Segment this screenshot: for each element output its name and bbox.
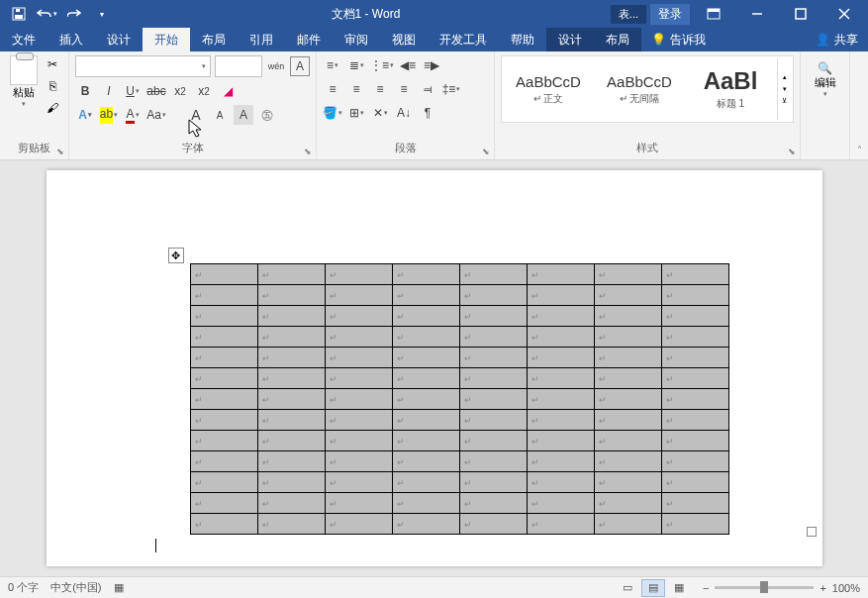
grow-font-button[interactable]: A bbox=[186, 105, 206, 125]
table-cell[interactable] bbox=[527, 368, 594, 389]
table-cell[interactable] bbox=[257, 327, 325, 348]
read-mode-button[interactable]: ▭ bbox=[616, 579, 639, 597]
table-cell[interactable] bbox=[190, 493, 257, 514]
table-cell[interactable] bbox=[392, 368, 459, 389]
table-cell[interactable] bbox=[325, 306, 392, 327]
underline-button[interactable]: U▾ bbox=[123, 81, 143, 101]
enclose-char-button[interactable]: ㊄ bbox=[257, 105, 277, 125]
style-heading1[interactable]: AaBl 标题 1 bbox=[686, 58, 775, 120]
distribute-button[interactable]: ⫤ bbox=[418, 79, 437, 99]
table-cell[interactable] bbox=[459, 410, 527, 431]
table-cell[interactable] bbox=[594, 306, 661, 327]
borders-button[interactable]: ⊞▾ bbox=[346, 103, 366, 123]
table-cell[interactable] bbox=[661, 451, 728, 472]
undo-button[interactable]: ▾ bbox=[34, 2, 59, 26]
tab-design[interactable]: 设计 bbox=[95, 28, 143, 51]
table-cell[interactable] bbox=[459, 306, 527, 327]
table-cell[interactable] bbox=[257, 264, 325, 285]
table-cell[interactable] bbox=[257, 389, 325, 410]
font-size-combo[interactable] bbox=[215, 55, 262, 77]
table-cell[interactable] bbox=[325, 348, 392, 368]
subscript-button[interactable]: x2 bbox=[170, 81, 190, 101]
table-cell[interactable] bbox=[257, 285, 325, 306]
table-cell[interactable] bbox=[190, 431, 257, 451]
redo-button[interactable] bbox=[61, 2, 87, 26]
bold-button[interactable]: B bbox=[75, 81, 95, 101]
table-cell[interactable] bbox=[325, 264, 392, 285]
style-normal[interactable]: AaBbCcD ↵ 正文 bbox=[504, 58, 593, 120]
save-button[interactable] bbox=[6, 2, 32, 26]
table-cell[interactable] bbox=[661, 431, 728, 451]
table-cell[interactable] bbox=[392, 264, 459, 285]
line-spacing-button[interactable]: ‡≡▾ bbox=[441, 79, 461, 99]
table-cell[interactable] bbox=[594, 410, 661, 431]
table-cell[interactable] bbox=[527, 493, 594, 514]
table-cell[interactable] bbox=[661, 306, 728, 327]
table-resize-handle[interactable] bbox=[807, 527, 817, 537]
table-cell[interactable] bbox=[190, 514, 257, 535]
shrink-font-button[interactable]: A bbox=[210, 105, 230, 125]
find-button[interactable]: 🔍 编辑 ▾ bbox=[807, 55, 843, 98]
table-cell[interactable] bbox=[392, 514, 459, 535]
paste-button[interactable]: 粘贴 ▾ bbox=[6, 55, 41, 117]
zoom-out-button[interactable]: − bbox=[703, 582, 709, 594]
table-cell[interactable] bbox=[527, 264, 594, 285]
table-cell[interactable] bbox=[527, 410, 594, 431]
font-family-combo[interactable]: ▾ bbox=[75, 55, 211, 77]
table-cell[interactable] bbox=[459, 348, 527, 368]
tab-view[interactable]: 视图 bbox=[380, 28, 428, 51]
sort-button[interactable]: A↓ bbox=[394, 103, 414, 123]
signin-button[interactable]: 登录 bbox=[650, 4, 690, 25]
table-cell[interactable] bbox=[594, 348, 661, 368]
table-cell[interactable] bbox=[257, 306, 325, 327]
tab-home[interactable]: 开始 bbox=[143, 28, 190, 51]
tab-references[interactable]: 引用 bbox=[238, 28, 285, 51]
table-cell[interactable] bbox=[527, 514, 594, 535]
table-cell[interactable] bbox=[594, 514, 661, 535]
align-right-button[interactable]: ≡ bbox=[370, 79, 390, 99]
maximize-button[interactable] bbox=[781, 0, 820, 28]
tell-me[interactable]: 💡告诉我 bbox=[641, 28, 716, 51]
table-cell[interactable] bbox=[459, 264, 527, 285]
table-cell[interactable] bbox=[257, 451, 325, 472]
show-marks-button[interactable]: ¶ bbox=[418, 103, 437, 123]
style-gallery-more[interactable]: ▴▾⊻ bbox=[777, 58, 791, 120]
table-cell[interactable] bbox=[661, 389, 728, 410]
table-cell[interactable] bbox=[325, 389, 392, 410]
table-cell[interactable] bbox=[325, 431, 392, 451]
table-cell[interactable] bbox=[661, 493, 728, 514]
tab-review[interactable]: 审阅 bbox=[333, 28, 380, 51]
table-cell[interactable] bbox=[594, 389, 661, 410]
table-cell[interactable] bbox=[257, 431, 325, 451]
copy-button[interactable]: ⎘ bbox=[43, 77, 62, 95]
ribbon-options-button[interactable] bbox=[694, 0, 733, 28]
clipboard-dialog-launcher[interactable]: ⬊ bbox=[54, 146, 66, 157]
shading-button[interactable]: 🪣▾ bbox=[323, 103, 342, 123]
table-cell[interactable] bbox=[459, 327, 527, 348]
table-cell[interactable] bbox=[257, 410, 325, 431]
table-cell[interactable] bbox=[661, 472, 728, 493]
table-cell[interactable] bbox=[594, 472, 661, 493]
table-cell[interactable] bbox=[594, 285, 661, 306]
table-cell[interactable] bbox=[527, 451, 594, 472]
table-cell[interactable] bbox=[459, 472, 527, 493]
table-cell[interactable] bbox=[392, 327, 459, 348]
tab-mailings[interactable]: 邮件 bbox=[285, 28, 333, 51]
table-cell[interactable] bbox=[661, 368, 728, 389]
highlight-button[interactable]: ab▾ bbox=[99, 105, 119, 125]
paragraph-dialog-launcher[interactable]: ⬊ bbox=[480, 146, 492, 157]
table-cell[interactable] bbox=[257, 493, 325, 514]
table-cell[interactable] bbox=[459, 493, 527, 514]
table-cell[interactable] bbox=[190, 472, 257, 493]
qat-customize[interactable]: ▾ bbox=[89, 2, 115, 26]
multilevel-button[interactable]: ⋮≡▾ bbox=[370, 55, 394, 75]
table-cell[interactable] bbox=[325, 472, 392, 493]
web-layout-button[interactable]: ▦ bbox=[667, 579, 691, 597]
change-case-button[interactable]: Aa▾ bbox=[146, 105, 166, 125]
tab-table-design[interactable]: 设计 bbox=[546, 28, 594, 51]
table-cell[interactable] bbox=[325, 451, 392, 472]
share-button[interactable]: 👤共享 bbox=[806, 28, 868, 51]
superscript-button[interactable]: x2 bbox=[194, 81, 214, 101]
table-cell[interactable] bbox=[325, 285, 392, 306]
tab-table-layout[interactable]: 布局 bbox=[594, 28, 641, 51]
